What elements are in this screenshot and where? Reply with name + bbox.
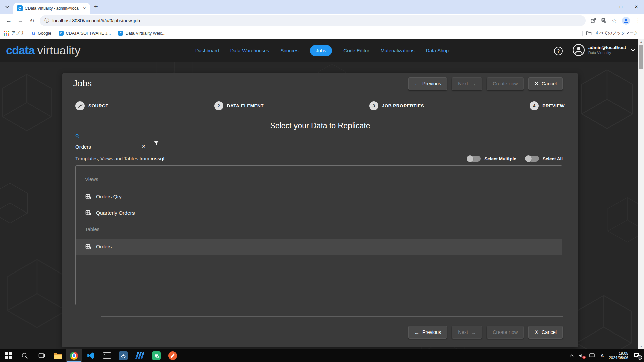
window-minimize-button[interactable]: ─: [598, 0, 613, 13]
share-button[interactable]: [590, 18, 596, 24]
create-now-button-bottom[interactable]: Create now: [487, 326, 524, 339]
tab-search-button[interactable]: [3, 2, 12, 12]
profile-avatar-icon: [622, 16, 630, 25]
layers-app-button[interactable]: [131, 349, 148, 362]
vscode-button[interactable]: [82, 349, 99, 362]
ime-indicator[interactable]: A: [600, 353, 604, 358]
layers-icon: [136, 352, 143, 359]
source-name: mssql: [151, 156, 165, 161]
nav-sources[interactable]: Sources: [280, 48, 298, 53]
nav-materializations[interactable]: Materializations: [381, 48, 415, 53]
task-view-button[interactable]: [33, 349, 49, 362]
previous-button-top[interactable]: ← Previous: [408, 77, 447, 90]
table-icon: [85, 210, 91, 216]
top-action-buttons: ← Previous Next → Create now ✕ Cancel: [408, 77, 563, 90]
url-text[interactable]: localhost:8080/account/#/u/0/jobs/new-jo…: [52, 18, 140, 23]
bookmark-apps[interactable]: アプリ: [4, 30, 24, 36]
create-now-button-top[interactable]: Create now: [487, 77, 524, 90]
next-button-top[interactable]: Next →: [452, 77, 482, 90]
back-button[interactable]: ←: [6, 17, 12, 24]
tray-expand-button[interactable]: [570, 354, 574, 357]
select-all-toggle[interactable]: [526, 156, 539, 162]
cancel-button-top[interactable]: ✕ Cancel: [528, 77, 563, 90]
logo-virtuality: virtuality: [37, 44, 81, 57]
step-connector: [268, 106, 365, 106]
nav-dashboard[interactable]: Dashboard: [195, 48, 219, 53]
tab-close-icon[interactable]: ✕: [82, 6, 87, 11]
clock-date: 2024/08/06: [609, 356, 628, 360]
reload-button[interactable]: ↻: [30, 17, 34, 24]
window-maximize-button[interactable]: □: [613, 0, 629, 13]
data-element-list: Views Orders Qry Quarterly Orders Tables…: [75, 165, 562, 305]
file-explorer-button[interactable]: [49, 349, 66, 362]
help-button[interactable]: ?: [554, 47, 563, 55]
address-bar[interactable]: ⓘ localhost:8080/account/#/u/0/jobs/new-…: [40, 15, 586, 26]
step-data-element-label: DATA ELEMENT: [227, 103, 264, 108]
section-heading: Select your Data to Replicate: [62, 121, 578, 130]
orange-app-button[interactable]: [164, 349, 181, 362]
translate-button[interactable]: [601, 18, 607, 24]
clear-search-icon[interactable]: ✕: [141, 143, 146, 149]
profile-avatar[interactable]: [622, 16, 630, 25]
step-connector: [113, 106, 210, 106]
user-menu[interactable]: admin@localhost Data Virtuality: [572, 44, 635, 56]
step-job-properties-marker: 3: [369, 101, 378, 110]
nav-data-shop[interactable]: Data Shop: [426, 48, 449, 53]
next-button-bottom[interactable]: Next →: [452, 326, 482, 339]
scroll-up-icon[interactable]: ▲: [638, 39, 644, 44]
select-all-toggle-group[interactable]: Select All: [526, 156, 563, 162]
chrome-icon: [70, 352, 78, 360]
list-item-orders-qry[interactable]: Orders Qry: [76, 189, 562, 205]
browser-tab[interactable]: C CData Virtuality - admin@locall ✕: [13, 3, 90, 14]
taskbar-clock[interactable]: 19:05 2024/08/06: [609, 351, 628, 360]
window-controls: ─ □ ✕: [598, 0, 644, 13]
select-multiple-toggle-group[interactable]: Select Multiple: [467, 156, 516, 162]
system-tray: ✕ A 19:05 2024/08/06 1: [570, 351, 644, 360]
scrollbar-thumb[interactable]: [639, 45, 643, 69]
filter-button[interactable]: [153, 140, 160, 148]
bookmark-star-button[interactable]: ☆: [612, 17, 617, 24]
bookmark-cdata-software[interactable]: C CDATA SOFTWARE J...: [59, 31, 111, 36]
browser-menu-button[interactable]: ⋮: [635, 17, 641, 24]
log-viewer-button[interactable]: [148, 349, 164, 362]
translate-icon: [601, 18, 607, 24]
notification-center-button[interactable]: 1: [633, 353, 640, 358]
forward-button[interactable]: →: [18, 17, 23, 24]
app-logo[interactable]: cdata virtuality: [6, 44, 81, 57]
apps-grid-icon: [4, 31, 9, 36]
step-preview-marker: 4: [530, 101, 539, 110]
taskbar-search-button[interactable]: [16, 349, 33, 362]
scroll-down-icon[interactable]: ▼: [638, 344, 644, 349]
step-data-element-marker: 2: [214, 101, 223, 110]
previous-button-bottom[interactable]: ← Previous: [408, 326, 447, 339]
site-info-icon[interactable]: ⓘ: [44, 18, 49, 24]
window-close-button[interactable]: ✕: [629, 0, 644, 13]
list-item-orders[interactable]: Orders: [76, 239, 562, 255]
nav-data-warehouses[interactable]: Data Warehouses: [230, 48, 269, 53]
select-multiple-toggle[interactable]: [467, 156, 481, 162]
bookmark-data-virtuality[interactable]: C Data Virtuality Welc...: [118, 31, 165, 36]
cdata-favicon-icon: C: [118, 31, 123, 36]
command-prompt-button[interactable]: >_: [99, 349, 115, 362]
chrome-button[interactable]: [66, 349, 82, 362]
nav-jobs[interactable]: Jobs: [310, 45, 332, 56]
bookmark-google[interactable]: G Google: [32, 31, 51, 36]
pgadmin-icon: [119, 351, 128, 360]
cancel-button-bottom[interactable]: ✕ Cancel: [528, 326, 563, 339]
share-icon: [590, 18, 596, 24]
pgadmin-button[interactable]: [115, 349, 131, 362]
folder-icon: [586, 31, 592, 36]
nav-code-editor[interactable]: Code Editor: [343, 48, 369, 53]
search-field[interactable]: Orders ✕: [75, 134, 148, 152]
search-input[interactable]: Orders: [75, 144, 91, 150]
step-source-marker: [75, 101, 85, 110]
all-bookmarks-button[interactable]: すべてのブックマーク: [582, 30, 644, 36]
page-scrollbar[interactable]: ▲ ▼: [638, 39, 644, 349]
volume-button[interactable]: ✕: [579, 353, 584, 358]
bottom-action-buttons: ← Previous Next → Create now ✕ Cancel: [408, 326, 563, 339]
new-tab-button[interactable]: +: [94, 3, 98, 11]
start-button[interactable]: [0, 349, 16, 362]
list-item-quarterly-orders[interactable]: Quarterly Orders: [76, 205, 562, 221]
table-icon: [85, 194, 91, 200]
network-button[interactable]: [589, 353, 595, 358]
